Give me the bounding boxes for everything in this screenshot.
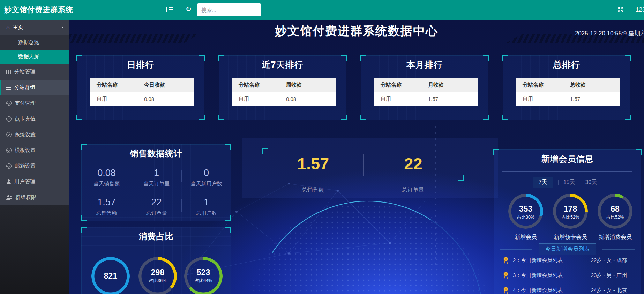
sales-stats-panel: 销售数据统计 0.08当天销售额 1当天订单量 0当天新用户数 1.57总销售额… bbox=[81, 144, 231, 221]
topbar: 妙文馆付费进群系统 ↻ 123 bbox=[0, 0, 644, 20]
shield-check-icon bbox=[6, 163, 12, 169]
ring-value: 523 占比64% bbox=[184, 268, 223, 284]
table-row[interactable]: 自用 1.57 bbox=[374, 92, 478, 106]
ranking-table: 分站名称 周收款 自用 0.08 bbox=[232, 78, 336, 106]
sidebar-item-data-screen[interactable]: 数据大屏 bbox=[0, 50, 69, 64]
search-input[interactable] bbox=[197, 3, 261, 16]
stat-today-new-users: 0当天新用户数 bbox=[181, 168, 231, 187]
new-members-panel: 新增会员信息 7天 15天 30天 353 占比30% 178 占比52% bbox=[494, 149, 641, 294]
panel-title: 新增会员信息 bbox=[494, 153, 641, 164]
user-icon bbox=[6, 179, 11, 184]
sidebar-item-home[interactable]: ⌂ 主页 ▲ bbox=[0, 20, 69, 35]
collapse-menu-icon[interactable] bbox=[166, 7, 173, 12]
total-orders-value: 22 bbox=[363, 154, 463, 173]
today-new-members-button[interactable]: 今日新增会员列表 bbox=[539, 243, 596, 255]
shield-check-icon bbox=[6, 116, 12, 122]
member-list-item[interactable]: 2：今日新增会员列表 22岁 - 女 - 成都 bbox=[494, 254, 642, 266]
shield-check-icon bbox=[6, 148, 12, 153]
monthly-ranking-panel: 本月排行 分站名称 月收款 自用 1.57 bbox=[361, 55, 488, 120]
chevron-up-icon: ▲ bbox=[61, 25, 64, 29]
weekly-ranking-panel: 近7天排行 分站名称 周收款 自用 0.08 bbox=[219, 55, 346, 120]
medal-icon bbox=[502, 286, 509, 294]
sliders-icon bbox=[6, 86, 11, 90]
divider bbox=[370, 74, 480, 74]
tab-7days[interactable]: 7天 bbox=[533, 177, 553, 188]
divider bbox=[602, 249, 635, 250]
sidebar: ⌂ 主页 ▲ 数据总览 数据大屏 分站管理 分站群组 支付管理 点卡充值 系统设… bbox=[0, 20, 69, 294]
member-list-item[interactable]: 3：今日新增会员列表 23岁 - 男 - 广州 bbox=[494, 269, 642, 281]
total-sales-value: 1.57 bbox=[263, 154, 363, 173]
datetime: 2025-12-20 10:55:9 星期六 bbox=[575, 29, 644, 37]
table-row[interactable]: 自用 0.08 bbox=[90, 92, 194, 106]
period-tabs: 7天 15天 30天 bbox=[494, 176, 641, 188]
total-orders-label: 总订单量 bbox=[363, 186, 463, 194]
sidebar-item-user-manage[interactable]: 用户管理 bbox=[0, 174, 69, 190]
divider bbox=[91, 162, 221, 162]
table-header: 分站名称 周收款 bbox=[232, 78, 336, 92]
consumption-panel: 消费占比 821 298 占比36% 523 占比64% bbox=[81, 227, 231, 294]
sidebar-item-template-settings[interactable]: 模板设置 bbox=[0, 142, 69, 158]
stat-today-orders: 1当天订单量 bbox=[132, 168, 181, 187]
sidebar-item-substation-groups[interactable]: 分站群组 bbox=[0, 80, 69, 95]
ranking-table: 分站名称 总收款 自用 1.57 bbox=[516, 78, 620, 106]
panel-title: 消费占比 bbox=[82, 231, 231, 242]
refresh-icon[interactable]: ↻ bbox=[186, 5, 192, 13]
ring-label: 新增会员 bbox=[508, 234, 543, 241]
panel-title: 近7天排行 bbox=[219, 59, 346, 71]
sidebar-item-card-recharge[interactable]: 点卡充值 bbox=[0, 111, 69, 127]
panel-title: 总排行 bbox=[503, 59, 630, 71]
sidebar-item-system-settings[interactable]: 系统设置 bbox=[0, 127, 69, 142]
divider bbox=[228, 74, 338, 74]
table-row[interactable]: 自用 1.57 bbox=[516, 92, 620, 106]
tab-15days[interactable]: 15天 bbox=[563, 179, 575, 186]
divider bbox=[92, 250, 220, 250]
panel-title: 本月排行 bbox=[361, 59, 488, 71]
ranking-table: 分站名称 今日收款 自用 0.08 bbox=[90, 78, 194, 106]
table-row[interactable]: 自用 0.08 bbox=[232, 92, 336, 106]
medal-icon bbox=[502, 256, 509, 264]
app-root: 妙文馆付费进群系统 ↻ 123 ⌂ 主页 ▲ 数据总览 数据大屏 分站管理 bbox=[0, 0, 644, 294]
table-header: 分站名称 总收款 bbox=[516, 78, 620, 92]
columns-icon bbox=[6, 70, 11, 74]
total-ranking-panel: 总排行 分站名称 总收款 自用 1.57 bbox=[503, 55, 630, 120]
topbar-user[interactable]: 123 bbox=[636, 0, 644, 20]
sidebar-item-data-overview[interactable]: 数据总览 bbox=[0, 35, 69, 50]
ring-value: 821 bbox=[91, 271, 130, 281]
panel-title: 销售数据统计 bbox=[82, 148, 231, 159]
shield-check-icon bbox=[6, 132, 12, 137]
ring-value: 178 占比52% bbox=[553, 204, 588, 220]
divider bbox=[86, 74, 196, 74]
sidebar-item-group-permissions[interactable]: 群组权限 bbox=[0, 190, 69, 205]
ring-label: 新增领卡会员 bbox=[553, 234, 588, 241]
divider bbox=[502, 171, 632, 172]
table-header: 分站名称 月收款 bbox=[374, 78, 478, 92]
member-list-item[interactable]: 4：今日新增会员列表 24岁 - 女 - 北京 bbox=[494, 284, 642, 294]
sidebar-spacer bbox=[0, 205, 69, 294]
ring-value: 298 占比36% bbox=[138, 268, 177, 284]
sidebar-item-mail-settings[interactable]: 邮箱设置 bbox=[0, 158, 69, 174]
brand-title: 妙文馆付费进群系统 bbox=[4, 0, 73, 20]
page-title: 妙文馆付费进群系统数据中心 bbox=[69, 23, 644, 39]
daily-ranking-panel: 日排行 分站名称 今日收款 自用 0.08 bbox=[77, 55, 204, 120]
stat-total-orders: 22总订单量 bbox=[132, 197, 181, 216]
ring-label: 新增消费会员 bbox=[598, 234, 632, 241]
panel-title: 日排行 bbox=[77, 59, 204, 71]
stat-today-sales: 0.08当天销售额 bbox=[82, 168, 132, 187]
stat-total-sales: 1.57总销售额 bbox=[82, 197, 132, 216]
sidebar-item-payment[interactable]: 支付管理 bbox=[0, 95, 69, 111]
users-icon bbox=[6, 195, 12, 200]
table-header: 分站名称 今日收款 bbox=[90, 78, 194, 92]
divider bbox=[500, 249, 532, 250]
ring-value: 353 占比30% bbox=[508, 204, 543, 220]
totals-box: 1.57 22 bbox=[263, 149, 463, 181]
dashboard: 妙文馆付费进群系统数据中心 2025-12-20 10:55:9 星期六 日排行… bbox=[69, 20, 644, 294]
ring-value: 68 占比52% bbox=[598, 204, 632, 220]
shield-check-icon bbox=[6, 101, 12, 106]
fullscreen-icon[interactable] bbox=[617, 7, 624, 14]
stat-total-users: 1总用户数 bbox=[181, 197, 231, 216]
tab-30days[interactable]: 30天 bbox=[585, 179, 597, 186]
home-icon: ⌂ bbox=[6, 25, 10, 30]
sidebar-item-substation-manage[interactable]: 分站管理 bbox=[0, 64, 69, 80]
ranking-table: 分站名称 月收款 自用 1.57 bbox=[374, 78, 478, 106]
medal-icon bbox=[502, 271, 509, 279]
